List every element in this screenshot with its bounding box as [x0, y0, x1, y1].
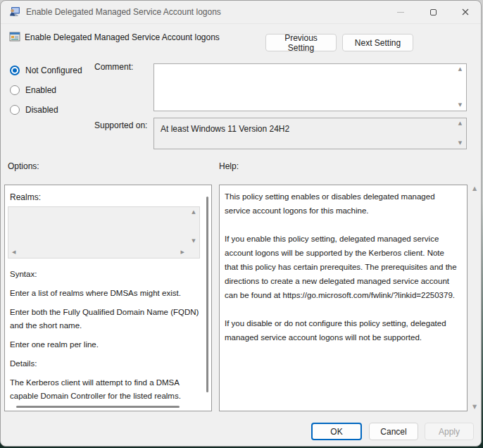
radio-disabled[interactable]: Disabled	[10, 104, 58, 116]
scroll-down-icon: ▼	[458, 141, 462, 146]
help-description: This policy setting enables or disables …	[225, 189, 458, 359]
supported-on-field: At least Windows 11 Version 24H2 ▲ ▼	[153, 118, 467, 149]
options-description: Syntax: Enter a list of realms where DMS…	[10, 268, 201, 409]
scroll-up-icon: ▲	[458, 121, 462, 126]
help-paragraph: If you disable or do not configure this …	[225, 316, 458, 344]
options-vertical-scrollbar-thumb[interactable]	[206, 197, 208, 392]
realms-horizontal-scrollbar: ◀ ▶	[8, 247, 188, 258]
scroll-up-icon[interactable]: ▲	[458, 67, 462, 72]
window-title: Enable Delegated Managed Service Account…	[26, 7, 221, 17]
maximize-button[interactable]	[417, 1, 449, 23]
minimize-button	[384, 1, 417, 23]
title-bar[interactable]: Enable Delegated Managed Service Account…	[1, 1, 481, 24]
radio-not-configured-label: Not Configured	[25, 66, 82, 75]
policy-name-heading: Enable Delegated Managed Service Account…	[25, 32, 220, 42]
apply-button: Apply	[425, 423, 474, 440]
radio-not-configured[interactable]: Not Configured	[10, 65, 82, 76]
options-paragraph: Enter both the Fully Qualified Domain Na…	[10, 306, 201, 332]
options-paragraph: Details:	[10, 357, 201, 371]
radio-enabled-control[interactable]	[10, 85, 20, 95]
group-policy-window-icon	[9, 6, 20, 18]
options-horizontal-scrollbar-thumb[interactable]	[16, 406, 180, 408]
scroll-right-icon: ▶	[181, 250, 184, 255]
scroll-left-icon: ◀	[12, 250, 15, 255]
realms-textbox: ▲ ▼ ◀ ▶	[8, 206, 200, 259]
help-paragraph: If you enable this policy setting, deleg…	[225, 232, 458, 302]
policy-setting-dialog: Enable Delegated Managed Service Account…	[0, 0, 482, 447]
help-paragraph: This policy setting enables or disables …	[225, 189, 458, 218]
help-panel: This policy setting enables or disables …	[219, 185, 468, 411]
radio-disabled-label: Disabled	[25, 105, 58, 115]
previous-setting-button[interactable]: Previous Setting	[265, 34, 337, 51]
maximize-icon	[430, 9, 437, 15]
radio-disabled-control[interactable]	[10, 105, 20, 115]
comment-label: Comment:	[94, 62, 133, 72]
close-button[interactable]	[449, 1, 482, 23]
options-section-label: Options:	[8, 161, 39, 171]
realms-vertical-scrollbar: ▲ ▼	[188, 207, 199, 247]
supported-on-label: Supported on:	[94, 120, 147, 130]
minimize-icon	[397, 12, 404, 13]
radio-enabled[interactable]: Enabled	[10, 85, 56, 96]
supported-on-value: At least Windows 11 Version 24H2	[161, 124, 289, 134]
help-scrollbar[interactable]: ▲ ▼	[469, 186, 480, 410]
scroll-up-icon: ▲	[192, 210, 195, 215]
close-icon	[462, 8, 469, 15]
comment-scrollbar[interactable]: ▲ ▼	[455, 65, 465, 110]
scroll-up-icon[interactable]: ▲	[472, 186, 477, 192]
realms-label: Realms:	[10, 192, 41, 202]
ok-button[interactable]: OK	[311, 423, 362, 440]
scroll-down-icon[interactable]: ▼	[472, 404, 477, 410]
options-paragraph: Syntax:	[10, 268, 201, 281]
scroll-down-icon: ▼	[192, 239, 195, 244]
cancel-button[interactable]: Cancel	[369, 423, 418, 440]
options-paragraph: The Kerberos client will attempt to find…	[10, 376, 201, 403]
options-paragraph: Enter one realm per line.	[10, 338, 201, 351]
supported-scrollbar: ▲ ▼	[455, 119, 465, 148]
options-panel: Realms: ▲ ▼ ◀ ▶ Syntax: Enter a list of …	[4, 185, 212, 411]
policy-setting-icon	[9, 31, 20, 42]
radio-not-configured-control[interactable]	[10, 66, 20, 75]
scroll-down-icon[interactable]: ▼	[458, 103, 462, 108]
help-section-label: Help:	[219, 161, 239, 171]
realms-value	[9, 208, 187, 246]
comment-textarea[interactable]: ▲ ▼	[153, 63, 467, 111]
options-paragraph: Enter a list of realms where DMSAs might…	[10, 287, 201, 300]
next-setting-button[interactable]: Next Setting	[342, 34, 413, 51]
radio-enabled-label: Enabled	[25, 85, 56, 95]
